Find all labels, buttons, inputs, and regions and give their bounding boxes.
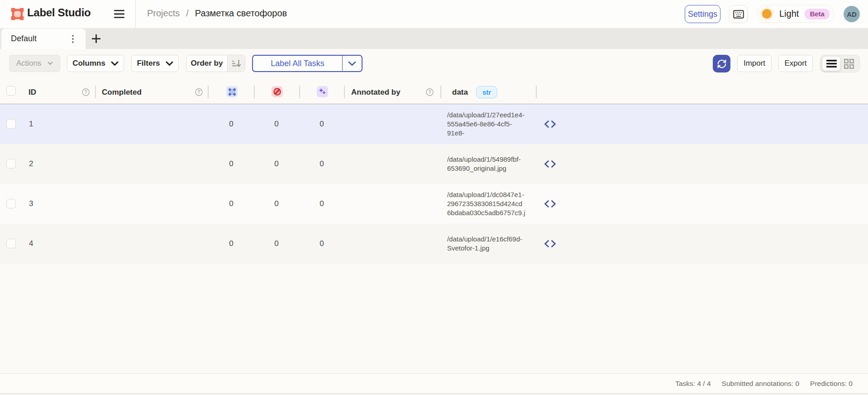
show-source-icon[interactable] xyxy=(544,240,556,247)
table-row[interactable]: 1 0 0 0 /data/upload/1/27eed1e4- 555a45e… xyxy=(0,104,868,144)
breadcrumb: Projects / Разметка светофоров xyxy=(147,8,287,19)
column-divider xyxy=(536,86,537,98)
column-divider xyxy=(344,86,345,98)
label-all-tasks-dropdown[interactable] xyxy=(343,56,362,71)
column-header-id[interactable]: ID xyxy=(29,88,36,97)
cell-cancelled: 0 xyxy=(254,144,299,184)
show-source-icon[interactable] xyxy=(544,200,556,207)
help-icon[interactable]: ? xyxy=(426,88,434,96)
cell-annotations: 0 xyxy=(209,184,254,224)
help-icon[interactable]: ? xyxy=(82,88,90,96)
grid-view-icon xyxy=(844,59,854,69)
keyboard-shortcuts-button[interactable] xyxy=(729,5,748,23)
svg-text:?: ? xyxy=(428,89,431,95)
sort-icon xyxy=(232,60,241,67)
cell-cancelled: 0 xyxy=(254,224,299,264)
list-view-button[interactable] xyxy=(822,57,840,71)
no-entry-icon xyxy=(273,88,281,96)
table-row[interactable]: 4 0 0 0 /data/upload/1/e16cf69d- Svetofo… xyxy=(0,224,868,264)
columns-label: Columns xyxy=(72,59,105,68)
svg-text:?: ? xyxy=(197,89,200,95)
import-button[interactable]: Import xyxy=(737,55,772,72)
help-icon[interactable]: ? xyxy=(195,88,203,96)
list-view-icon xyxy=(826,60,837,67)
cell-id: 4 xyxy=(29,224,33,264)
breadcrumb-separator: / xyxy=(186,8,189,19)
add-tab-button[interactable] xyxy=(89,32,103,45)
export-button[interactable]: Export xyxy=(778,55,813,72)
cell-annotations: 0 xyxy=(209,144,254,184)
user-avatar[interactable]: AD xyxy=(844,6,860,22)
cancelled-annotations-column-icon[interactable] xyxy=(272,86,283,97)
predictions-count: Predictions: 0 xyxy=(810,380,853,388)
cell-cancelled: 0 xyxy=(254,104,299,144)
refresh-button[interactable] xyxy=(713,55,730,72)
data-type-badge: str xyxy=(476,86,497,98)
sort-direction-toggle[interactable] xyxy=(227,55,245,72)
row-checkbox[interactable] xyxy=(6,239,16,248)
grid-view-button[interactable] xyxy=(840,57,858,71)
column-divider xyxy=(95,86,96,98)
refresh-icon xyxy=(717,59,727,69)
columns-button[interactable]: Columns xyxy=(67,55,124,72)
cell-predictions: 0 xyxy=(299,144,344,184)
order-by-button[interactable]: Order by xyxy=(186,55,245,72)
show-source-icon[interactable] xyxy=(544,120,556,128)
beta-badge: Beta xyxy=(805,9,830,19)
filters-button[interactable]: Filters xyxy=(131,55,179,72)
row-checkbox[interactable] xyxy=(6,159,16,169)
breadcrumb-project-title: Разметка светофоров xyxy=(195,8,287,19)
column-header-annotated-by[interactable]: Annotated by xyxy=(351,88,401,97)
label-all-tasks-split-button: Label All Tasks xyxy=(252,55,362,72)
hamburger-menu-button[interactable] xyxy=(109,6,129,22)
actions-label: Actions xyxy=(16,59,42,68)
chevron-down-icon xyxy=(111,61,119,66)
select-all-checkbox[interactable] xyxy=(6,86,16,96)
annotations-column-icon[interactable] xyxy=(226,86,238,97)
column-divider xyxy=(208,86,209,98)
cell-annotations: 0 xyxy=(209,104,254,144)
row-checkbox[interactable] xyxy=(6,199,16,208)
chevron-down-icon xyxy=(348,61,356,66)
column-header-completed[interactable]: Completed xyxy=(102,88,142,97)
cell-id: 1 xyxy=(29,104,33,144)
view-mode-toggle xyxy=(820,55,860,72)
table-row[interactable]: 3 0 0 0 /data/upload/1/dc0847e1- 2967235… xyxy=(0,184,868,224)
hamburger-icon xyxy=(114,10,124,19)
label-studio-logo-icon xyxy=(11,7,24,21)
cell-annotations: 0 xyxy=(209,224,254,264)
table-row[interactable]: 2 0 0 0 /data/upload/1/54989fbf- 653690_… xyxy=(0,144,868,184)
theme-label: Light xyxy=(779,9,799,19)
tab-default-label: Default xyxy=(11,34,67,43)
cell-predictions: 0 xyxy=(299,184,344,224)
cell-data: /data/upload/1/e16cf69d- Svetofor-1.jpg xyxy=(447,224,532,264)
show-source-icon[interactable] xyxy=(544,160,556,168)
plus-icon xyxy=(92,34,100,43)
settings-button[interactable]: Settings xyxy=(685,5,720,23)
order-by-label: Order by xyxy=(186,59,227,68)
app-header: Label Studio Projects / Разметка светофо… xyxy=(0,0,868,28)
status-bar: Tasks: 4 / 4 Submitted annotations: 0 Pr… xyxy=(0,373,868,394)
cell-predictions: 0 xyxy=(299,104,344,144)
keyboard-icon xyxy=(733,10,744,19)
view-tabs-bar: Default xyxy=(0,28,868,49)
actions-button[interactable]: Actions xyxy=(9,55,60,72)
theme-switcher[interactable]: Light Beta xyxy=(757,5,834,23)
breadcrumb-projects-link[interactable]: Projects xyxy=(147,8,180,19)
row-checkbox[interactable] xyxy=(6,119,16,129)
label-all-tasks-button[interactable]: Label All Tasks xyxy=(253,56,343,71)
column-divider xyxy=(299,86,300,98)
logo-text: Label Studio xyxy=(27,6,91,19)
predictions-column-icon[interactable] xyxy=(317,86,328,97)
bounding-box-icon xyxy=(229,88,236,96)
tab-options-button[interactable] xyxy=(67,33,79,45)
column-divider xyxy=(254,86,255,98)
cell-cancelled: 0 xyxy=(254,184,299,224)
cell-data: /data/upload/1/54989fbf- 653690_original… xyxy=(447,144,532,184)
column-header-data[interactable]: data xyxy=(452,88,468,97)
header-divider xyxy=(135,0,136,28)
svg-text:?: ? xyxy=(84,89,87,95)
filters-label: Filters xyxy=(137,59,160,68)
theme-light-icon xyxy=(762,9,772,19)
tab-default[interactable]: Default xyxy=(1,29,86,49)
